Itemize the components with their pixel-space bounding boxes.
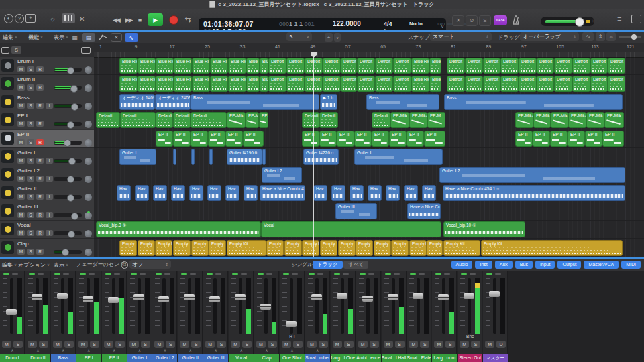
- track-volume-slider[interactable]: [54, 86, 82, 90]
- strip-m-button[interactable]: M: [358, 341, 368, 348]
- strip-m-button[interactable]: M: [231, 341, 240, 348]
- play-button[interactable]: ▶: [148, 13, 163, 26]
- region[interactable]: Hav: [189, 185, 203, 201]
- pan-knob[interactable]: [85, 139, 92, 147]
- strip-m-button[interactable]: M: [180, 341, 189, 348]
- filter-input[interactable]: Input: [535, 261, 555, 269]
- region[interactable]: Default: [372, 112, 390, 128]
- track-volume-slider[interactable]: [54, 231, 82, 235]
- pan-knob[interactable]: [85, 212, 92, 219]
- track-volume-slider[interactable]: [54, 122, 82, 126]
- region[interactable]: EP-II: [515, 131, 533, 147]
- pointer-tool-menu[interactable]: ↖∨: [286, 32, 312, 41]
- region[interactable]: Guiter III: [335, 203, 377, 219]
- lane-10[interactable]: EmptyEmptyEmpty KEmptyEmptyEmpty KEmpty …: [94, 239, 644, 257]
- track-m-button[interactable]: M: [17, 176, 25, 182]
- region[interactable]: Hav: [225, 185, 239, 201]
- strip-s-button[interactable]: S: [13, 341, 23, 348]
- strip-name[interactable]: EP I: [76, 354, 101, 362]
- strip-name[interactable]: Guiter I: [127, 354, 152, 362]
- region[interactable]: Hav: [386, 185, 400, 201]
- fader-cap[interactable]: [489, 291, 500, 297]
- region[interactable]: Have a Nice Combo#54.1 ○: [443, 185, 625, 201]
- region[interactable]: EP-M: [427, 112, 445, 128]
- region[interactable]: Guiter I 2: [439, 167, 625, 183]
- lane-8[interactable]: Guiter IIIHave a Nice Co: [94, 202, 644, 221]
- strip-s-button[interactable]: S: [217, 341, 226, 348]
- track-s-button[interactable]: S: [27, 249, 34, 255]
- region[interactable]: Hav: [117, 185, 131, 201]
- region[interactable]: Detroit: [375, 76, 393, 92]
- region[interactable]: EP-Mika: [409, 112, 427, 128]
- menu-edit[interactable]: 編集∨: [3, 33, 17, 41]
- fader-cap[interactable]: [32, 294, 42, 300]
- strip-tag[interactable]: R I: [280, 334, 305, 339]
- strip-s-button[interactable]: S: [115, 341, 125, 348]
- region[interactable]: EP-II: [424, 131, 445, 147]
- region[interactable]: EP-II: [319, 131, 337, 147]
- track-header-drum-ii[interactable]: Drum IIMSR: [0, 75, 94, 93]
- list-editors-icon[interactable]: ≡: [617, 14, 621, 23]
- autopunch-button[interactable]: ✕: [452, 15, 464, 26]
- track-i-button[interactable]: I: [46, 176, 53, 182]
- strip-name[interactable]: Guiter III: [203, 354, 228, 362]
- volume-knob[interactable]: [71, 103, 78, 111]
- automation-icon[interactable]: [98, 33, 109, 42]
- region[interactable]: EP-II: [550, 131, 568, 147]
- track-volume-slider[interactable]: [54, 141, 82, 145]
- strip-name[interactable]: Guiter II: [178, 354, 203, 362]
- strip-s-button[interactable]: S: [445, 341, 455, 348]
- lane-7[interactable]: HavHavHavHavHavHavHavHavHave a Nice Comb…: [94, 184, 644, 202]
- region[interactable]: Detroit: [500, 76, 519, 92]
- track-r-button[interactable]: R: [36, 194, 44, 200]
- channel-strip--[interactable]: MDマスター: [483, 271, 508, 362]
- strip-name[interactable]: Clap: [254, 354, 279, 362]
- region[interactable]: Empty: [173, 240, 191, 256]
- view-all[interactable]: すべて: [343, 261, 368, 269]
- region[interactable]: Detroit: [608, 58, 625, 74]
- fader-cap[interactable]: [260, 304, 271, 310]
- add-track-button[interactable]: +: [325, 33, 333, 42]
- strip-s-button[interactable]: S: [90, 341, 99, 348]
- region[interactable]: EP-II: [208, 131, 225, 147]
- region[interactable]: Guiter I: [354, 149, 443, 165]
- arrange-area[interactable]: 191725334149576573818997105113121 Blue R…: [94, 43, 644, 259]
- region[interactable]: Guiter I: [119, 149, 156, 165]
- region[interactable]: Bass: [191, 94, 319, 110]
- pan-knob[interactable]: [85, 230, 92, 237]
- fader-cap[interactable]: [184, 294, 195, 300]
- region[interactable]: Hav: [350, 185, 364, 201]
- region[interactable]: Vocal_bip.3 ①: [96, 221, 261, 237]
- region[interactable]: Empty: [284, 240, 302, 256]
- region[interactable]: ▶ 1 b: [320, 94, 337, 110]
- region[interactable]: Vocal_bip.10 ①: [443, 221, 525, 237]
- region[interactable]: Detroit: [500, 58, 519, 74]
- region[interactable]: Empty: [191, 240, 209, 256]
- strip-m-button[interactable]: M: [154, 341, 164, 348]
- region[interactable]: Detroit: [268, 76, 286, 92]
- power-icon[interactable]: ⏻: [121, 261, 128, 269]
- region[interactable]: EP-II: [354, 131, 372, 147]
- strip-caret[interactable]: ∧: [76, 348, 101, 353]
- strip-s-button[interactable]: S: [141, 341, 150, 348]
- volume-knob[interactable]: [67, 121, 74, 129]
- track-header-vocal[interactable]: VocalMSRI: [0, 221, 94, 239]
- track-m-button[interactable]: M: [17, 103, 25, 109]
- strip-s-button[interactable]: S: [319, 341, 328, 348]
- region[interactable]: Blue Rid: [192, 76, 210, 92]
- track-m-button[interactable]: M: [17, 139, 25, 145]
- region[interactable]: [191, 149, 195, 165]
- region[interactable]: Hav: [244, 185, 258, 201]
- strip-m-button[interactable]: M: [104, 341, 113, 348]
- region[interactable]: EP-II: [407, 131, 424, 147]
- track-volume-slider[interactable]: [54, 213, 82, 217]
- lcd-chevron-icon[interactable]: ∨: [441, 24, 444, 29]
- track-r-button[interactable]: R: [36, 212, 44, 218]
- track-header-drum-i[interactable]: Drum IMSR: [0, 57, 94, 75]
- fader-cap[interactable]: [235, 294, 246, 300]
- region[interactable]: Detroit: [554, 58, 572, 74]
- region[interactable]: Detroit: [341, 58, 357, 74]
- channel-strip-ep-ii[interactable]: MS∧EP II: [102, 271, 127, 362]
- strip-caret[interactable]: ∧: [280, 348, 305, 353]
- lane-6[interactable]: Guiter I 2Guiter I 2: [94, 166, 644, 184]
